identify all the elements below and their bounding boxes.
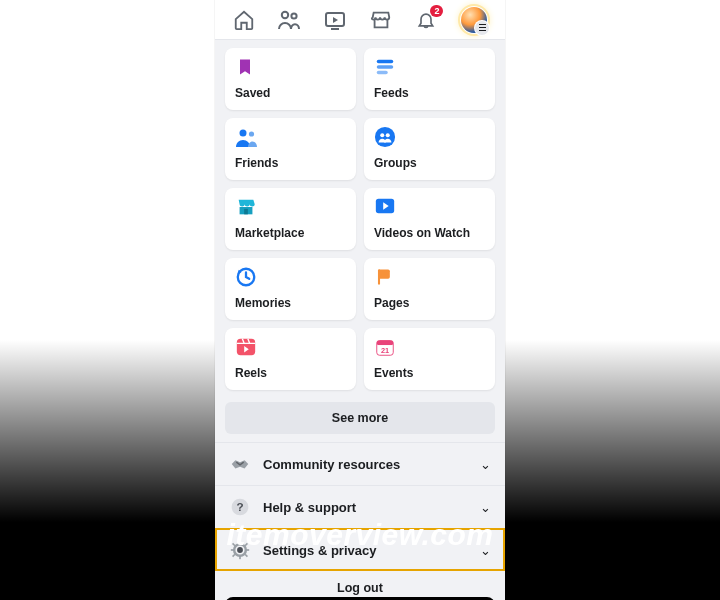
groups-icon — [374, 126, 398, 150]
shortcut-label: Marketplace — [235, 226, 346, 240]
shortcut-videos[interactable]: Videos on Watch — [364, 188, 495, 250]
shortcut-label: Feeds — [374, 86, 485, 100]
svg-rect-11 — [244, 209, 248, 215]
shortcut-friends[interactable]: Friends — [225, 118, 356, 180]
watch-icon[interactable] — [323, 8, 347, 32]
videos-icon — [374, 196, 398, 220]
shortcut-pages[interactable]: Pages — [364, 258, 495, 320]
svg-point-10 — [386, 133, 390, 137]
handshake-icon — [229, 453, 251, 475]
memories-icon — [235, 266, 259, 290]
svg-point-6 — [240, 130, 247, 137]
friends-shortcut-icon — [235, 126, 259, 150]
svg-text:21: 21 — [381, 346, 389, 355]
see-more-button[interactable]: See more — [225, 402, 495, 434]
home-icon[interactable] — [232, 8, 256, 32]
marketplace-icon — [235, 196, 259, 220]
shortcut-reels[interactable]: Reels — [225, 328, 356, 390]
hamburger-icon — [475, 21, 489, 35]
row-label: Community resources — [263, 457, 480, 472]
shortcut-label: Saved — [235, 86, 346, 100]
svg-rect-4 — [377, 65, 394, 69]
shortcuts-grid: Saved Feeds Friends Groups Marketplace V… — [215, 40, 505, 398]
reels-icon — [235, 336, 259, 360]
shortcut-saved[interactable]: Saved — [225, 48, 356, 110]
shortcut-groups[interactable]: Groups — [364, 118, 495, 180]
feeds-icon — [374, 56, 398, 80]
row-community-resources[interactable]: Community resources ⌄ — [215, 442, 505, 485]
menu-avatar-button[interactable] — [460, 6, 488, 34]
svg-point-1 — [292, 13, 297, 18]
top-nav: 2 — [215, 0, 505, 40]
bookmark-icon — [235, 56, 259, 80]
shortcut-memories[interactable]: Memories — [225, 258, 356, 320]
svg-rect-14 — [237, 339, 255, 356]
shortcut-label: Groups — [374, 156, 485, 170]
shortcut-label: Events — [374, 366, 485, 380]
avatar-icon — [461, 7, 487, 33]
chevron-down-icon: ⌄ — [480, 500, 491, 515]
shortcut-label: Reels — [235, 366, 346, 380]
svg-rect-5 — [377, 71, 388, 75]
svg-point-0 — [282, 11, 288, 17]
logout-button[interactable]: Log out — [215, 571, 505, 597]
shortcut-label: Videos on Watch — [374, 226, 485, 240]
shortcut-events[interactable]: 21 Events — [364, 328, 495, 390]
svg-point-7 — [249, 131, 254, 136]
friends-icon[interactable] — [277, 8, 301, 32]
svg-point-8 — [375, 127, 395, 147]
chevron-down-icon: ⌄ — [480, 457, 491, 472]
row-label: Help & support — [263, 500, 480, 515]
svg-rect-3 — [377, 60, 394, 64]
shortcut-marketplace[interactable]: Marketplace — [225, 188, 356, 250]
help-icon: ? — [229, 496, 251, 518]
svg-text:?: ? — [236, 500, 243, 513]
shortcut-label: Pages — [374, 296, 485, 310]
phone-frame: 2 Saved Feeds Friends Groups Marketplace — [215, 0, 505, 600]
watermark-text: itemoverview.com — [0, 518, 720, 552]
svg-rect-16 — [377, 341, 394, 346]
marketplace-nav-icon[interactable] — [369, 8, 393, 32]
pages-icon — [374, 266, 398, 290]
shortcut-label: Memories — [235, 296, 346, 310]
events-icon: 21 — [374, 336, 398, 360]
shortcut-label: Friends — [235, 156, 346, 170]
notifications-icon[interactable]: 2 — [414, 8, 438, 32]
shortcut-feeds[interactable]: Feeds — [364, 48, 495, 110]
notification-badge: 2 — [430, 5, 443, 17]
svg-point-9 — [380, 133, 384, 137]
